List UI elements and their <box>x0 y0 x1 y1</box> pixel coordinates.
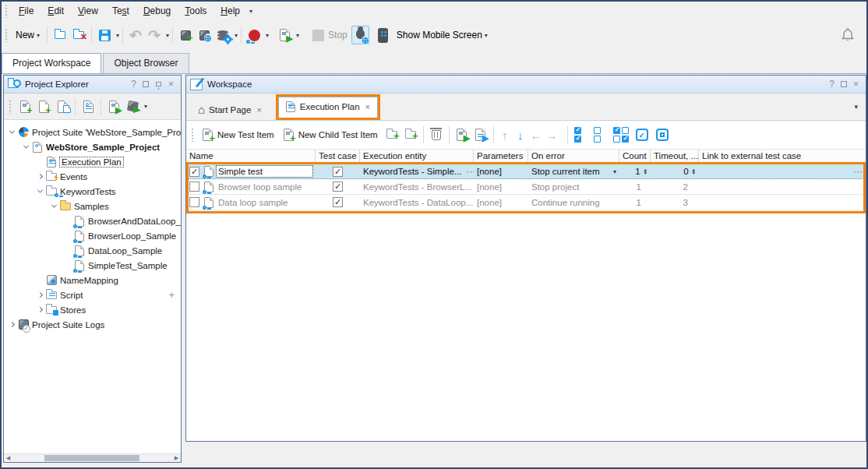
menu-overflow-icon[interactable]: ▾ <box>249 8 252 15</box>
close-tab-icon[interactable]: × <box>256 105 261 115</box>
tree-item-simpletest[interactable]: SimpleTest_Sample <box>4 258 181 273</box>
count-value[interactable]: 1 <box>635 167 640 176</box>
execution-plan-icon[interactable] <box>79 97 97 116</box>
notifications-bell-icon[interactable] <box>840 27 856 43</box>
tree-item-script[interactable]: Script + <box>4 287 181 302</box>
parameters-value[interactable]: [none] <box>474 195 528 210</box>
table-row[interactable]: Browser loop sample ✓ KeywordTests - Bro… <box>186 179 866 195</box>
tree-item-stores[interactable]: Stores <box>4 302 181 317</box>
invert-checks-icon[interactable] <box>613 127 629 143</box>
menu-view[interactable]: View <box>71 3 105 19</box>
chevron-down-icon[interactable] <box>21 145 30 149</box>
data-storage-icon[interactable] <box>213 26 232 44</box>
table-row[interactable]: Data loop sample ✓ KeywordTests - DataLo… <box>186 195 866 210</box>
on-error-dropdown-icon[interactable]: ▾ <box>613 168 616 175</box>
tab-start-page[interactable]: ⌂ Start Page × <box>191 99 269 120</box>
record-test-icon[interactable] <box>245 26 263 44</box>
menu-file[interactable]: File <box>12 3 41 19</box>
scroll-right-icon[interactable]: ▶ <box>172 454 181 462</box>
add-object-icon[interactable]: + <box>176 26 195 44</box>
disable-item-icon[interactable] <box>656 129 669 141</box>
new-test-item-button[interactable]: + New Test Item <box>198 126 279 143</box>
record-dropdown-icon[interactable]: ▾ <box>266 32 269 39</box>
debug-mode-toggle[interactable]: ⊕ <box>351 26 369 44</box>
close-file-icon[interactable]: ✕ <box>69 26 88 44</box>
add-project-suite-icon[interactable]: + <box>16 97 34 116</box>
panel-pin-button[interactable] <box>156 82 161 86</box>
new-child-group-icon[interactable]: + <box>401 125 420 144</box>
timeout-value[interactable]: 3 <box>651 195 699 210</box>
run-project-icon[interactable]: ▶ <box>104 97 123 116</box>
test-item-name[interactable]: Data loop sample <box>217 197 312 208</box>
object-spy-icon[interactable]: ⊕ <box>195 26 213 44</box>
test-item-name[interactable]: Browser loop sample <box>217 182 312 192</box>
add-script-icon[interactable]: + <box>168 289 175 301</box>
tab-project-workspace[interactable]: Project Workspace <box>2 53 101 73</box>
mobile-screen-icon[interactable] <box>374 26 393 44</box>
panel-close-button[interactable]: × <box>165 79 177 90</box>
panel-maximize-button[interactable] <box>841 81 847 87</box>
on-error-value[interactable]: Stop current item <box>531 167 600 176</box>
tree-item-browseranddataloop[interactable]: BrowserAndDataLoop_ <box>4 213 181 228</box>
undo-dropdown-icon[interactable]: ▾ <box>166 32 169 39</box>
on-error-value[interactable]: Continue running <box>528 195 619 210</box>
tree-item-samples[interactable]: Samples <box>4 199 181 213</box>
run-item-icon[interactable]: ▶ <box>453 125 471 144</box>
delete-icon[interactable] <box>427 125 446 144</box>
chevron-right-icon[interactable] <box>35 308 44 312</box>
menu-debug[interactable]: Debug <box>136 3 178 19</box>
col-parameters[interactable]: Parameters <box>474 150 528 163</box>
col-count[interactable]: Count <box>619 150 651 163</box>
show-mobile-screen-button[interactable]: Show Mobile Screen ▾ <box>393 27 492 43</box>
col-test-case[interactable]: Test case <box>316 150 360 163</box>
save-dropdown-icon[interactable]: ▾ <box>116 32 119 39</box>
check-all-icon[interactable] <box>574 127 581 143</box>
execution-entity-value[interactable]: KeywordTests - BrowserL... <box>360 179 474 194</box>
row-checkbox[interactable]: ✓ <box>189 167 199 177</box>
timeout-value[interactable]: 0 <box>683 167 688 176</box>
menu-tools[interactable]: Tools <box>178 3 213 19</box>
chevron-down-icon[interactable] <box>35 189 44 193</box>
new-group-icon[interactable]: + <box>383 125 401 144</box>
new-button[interactable]: New ▾ <box>12 27 44 43</box>
new-child-test-item-button[interactable]: + New Child Test Item <box>279 126 383 143</box>
tree-item-namemapping[interactable]: NameMapping <box>4 273 181 287</box>
panel-maximize-button[interactable] <box>143 81 149 87</box>
parameters-value[interactable]: [none] <box>474 179 528 194</box>
col-timeout[interactable]: Timeout, ... <box>651 150 699 163</box>
menu-edit[interactable]: Edit <box>41 3 71 19</box>
scroll-left-icon[interactable]: ◀ <box>4 454 12 462</box>
timeout-value[interactable]: 2 <box>651 179 699 194</box>
chevron-down-icon[interactable] <box>49 204 58 208</box>
run-dropdown-icon[interactable]: ▾ <box>296 32 299 39</box>
open-file-icon[interactable] <box>51 26 69 44</box>
open-item-icon[interactable] <box>53 97 72 116</box>
panel-help-button[interactable]: ? <box>128 79 139 90</box>
move-down-icon[interactable]: ↓ <box>513 129 528 142</box>
menu-help[interactable]: Help <box>213 3 247 19</box>
run-project-suite-icon[interactable]: ▶ <box>123 97 142 116</box>
row-checkbox[interactable] <box>189 197 199 207</box>
col-link-external[interactable]: Link to external test case <box>699 150 866 163</box>
run-dropdown-icon[interactable]: ▾ <box>144 103 147 110</box>
run-from-selected-icon[interactable]: ▶ <box>471 125 490 144</box>
tab-execution-plan[interactable]: Execution Plan × <box>278 97 378 118</box>
mobile-dropdown-icon[interactable]: ▾ <box>485 32 488 39</box>
tree-item-project-suite[interactable]: Project Suite 'WebStore_Sample_Proje <box>4 125 181 139</box>
new-dropdown-icon[interactable]: ▾ <box>37 32 40 39</box>
test-case-checkbox[interactable]: ✓ <box>333 197 343 207</box>
test-case-checkbox[interactable]: ✓ <box>333 182 343 192</box>
run-test-icon[interactable]: ▶ <box>275 26 294 44</box>
test-case-checkbox[interactable]: ✓ <box>333 167 343 177</box>
panel-close-button[interactable]: × <box>850 79 862 90</box>
col-execution-entity[interactable]: Execution entity <box>360 150 474 163</box>
enable-item-icon[interactable]: ✓ <box>636 129 648 141</box>
close-tab-icon[interactable]: × <box>365 102 370 111</box>
data-dropdown-icon[interactable]: ▾ <box>235 32 238 39</box>
tree-item-execution-plan[interactable]: Execution Plan <box>4 154 181 169</box>
col-on-error[interactable]: On error <box>528 150 619 163</box>
panel-help-button[interactable]: ? <box>826 79 838 90</box>
tree-item-project[interactable]: WebStore_Sample_Project <box>4 139 181 154</box>
undo-icon[interactable]: ↶ <box>126 26 145 44</box>
save-icon[interactable] <box>95 26 114 44</box>
